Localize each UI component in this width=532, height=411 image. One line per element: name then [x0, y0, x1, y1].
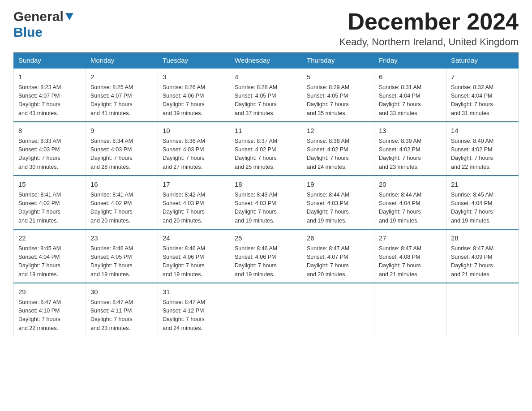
day-info: Sunrise: 8:32 AMSunset: 4:04 PMDaylight:…: [451, 83, 514, 118]
day-number: 11: [235, 126, 297, 136]
day-info: Sunrise: 8:34 AMSunset: 4:03 PMDaylight:…: [90, 137, 153, 172]
header-friday: Friday: [374, 53, 446, 68]
week-row-2: 8Sunrise: 8:33 AMSunset: 4:03 PMDaylight…: [14, 122, 519, 176]
day-info: Sunrise: 8:37 AMSunset: 4:02 PMDaylight:…: [235, 137, 297, 172]
day-number: 13: [379, 126, 442, 136]
day-number: 19: [307, 180, 369, 190]
logo-triangle-icon: [64, 11, 74, 21]
calendar-cell: 10Sunrise: 8:36 AMSunset: 4:03 PMDayligh…: [158, 122, 230, 176]
day-number: 15: [18, 180, 81, 190]
day-number: 24: [163, 233, 225, 244]
header-saturday: Saturday: [446, 53, 519, 68]
header-thursday: Thursday: [302, 53, 374, 68]
day-number: 20: [379, 180, 442, 190]
day-number: 27: [379, 233, 442, 244]
day-number: 17: [163, 180, 225, 190]
day-number: 21: [451, 180, 514, 190]
day-number: 2: [90, 72, 153, 82]
week-row-5: 29Sunrise: 8:47 AMSunset: 4:10 PMDayligh…: [14, 283, 519, 336]
calendar-cell: 24Sunrise: 8:46 AMSunset: 4:06 PMDayligh…: [158, 229, 230, 283]
calendar-cell: 16Sunrise: 8:41 AMSunset: 4:02 PMDayligh…: [86, 176, 158, 229]
calendar-cell: 2Sunrise: 8:25 AMSunset: 4:07 PMDaylight…: [86, 68, 158, 122]
calendar-cell: 21Sunrise: 8:45 AMSunset: 4:04 PMDayligh…: [446, 176, 519, 229]
day-info: Sunrise: 8:47 AMSunset: 4:07 PMDaylight:…: [307, 244, 369, 279]
day-number: 3: [163, 72, 225, 82]
day-number: 29: [18, 287, 81, 297]
day-number: 18: [235, 180, 297, 190]
day-number: 25: [235, 233, 297, 244]
calendar-cell: 14Sunrise: 8:40 AMSunset: 4:02 PMDayligh…: [446, 122, 519, 176]
title-section: December 2024 Keady, Northern Ireland, U…: [339, 9, 519, 48]
calendar-cell: [374, 283, 446, 336]
calendar-cell: [302, 283, 374, 336]
header-wednesday: Wednesday: [230, 53, 302, 68]
day-number: 4: [235, 72, 297, 82]
day-info: Sunrise: 8:47 AMSunset: 4:12 PMDaylight:…: [163, 298, 225, 333]
day-info: Sunrise: 8:29 AMSunset: 4:05 PMDaylight:…: [307, 83, 369, 118]
calendar-cell: 12Sunrise: 8:38 AMSunset: 4:02 PMDayligh…: [302, 122, 374, 176]
calendar-cell: 8Sunrise: 8:33 AMSunset: 4:03 PMDaylight…: [14, 122, 86, 176]
day-number: 16: [90, 180, 153, 190]
calendar-cell: 25Sunrise: 8:46 AMSunset: 4:06 PMDayligh…: [230, 229, 302, 283]
day-info: Sunrise: 8:47 AMSunset: 4:08 PMDaylight:…: [379, 244, 442, 279]
calendar-cell: [230, 283, 302, 336]
calendar-cell: 18Sunrise: 8:43 AMSunset: 4:03 PMDayligh…: [230, 176, 302, 229]
day-info: Sunrise: 8:38 AMSunset: 4:02 PMDaylight:…: [307, 137, 369, 172]
day-info: Sunrise: 8:43 AMSunset: 4:03 PMDaylight:…: [235, 191, 297, 226]
calendar-cell: 23Sunrise: 8:46 AMSunset: 4:05 PMDayligh…: [86, 229, 158, 283]
logo-text-general: General: [13, 9, 64, 25]
calendar-cell: 9Sunrise: 8:34 AMSunset: 4:03 PMDaylight…: [86, 122, 158, 176]
day-number: 28: [451, 233, 514, 244]
day-info: Sunrise: 8:45 AMSunset: 4:04 PMDaylight:…: [18, 244, 81, 279]
day-info: Sunrise: 8:46 AMSunset: 4:06 PMDaylight:…: [163, 244, 225, 279]
day-number: 31: [163, 287, 225, 297]
day-info: Sunrise: 8:41 AMSunset: 4:02 PMDaylight:…: [18, 191, 81, 226]
day-number: 1: [18, 72, 81, 82]
day-number: 14: [451, 126, 514, 136]
day-info: Sunrise: 8:45 AMSunset: 4:04 PMDaylight:…: [451, 191, 514, 226]
calendar-cell: 30Sunrise: 8:47 AMSunset: 4:11 PMDayligh…: [86, 283, 158, 336]
calendar-cell: 5Sunrise: 8:29 AMSunset: 4:05 PMDaylight…: [302, 68, 374, 122]
day-number: 22: [18, 233, 81, 244]
header-monday: Monday: [86, 53, 158, 68]
week-row-1: 1Sunrise: 8:23 AMSunset: 4:07 PMDaylight…: [14, 68, 519, 122]
calendar-cell: 28Sunrise: 8:47 AMSunset: 4:09 PMDayligh…: [446, 229, 519, 283]
calendar-cell: 31Sunrise: 8:47 AMSunset: 4:12 PMDayligh…: [158, 283, 230, 336]
day-info: Sunrise: 8:42 AMSunset: 4:03 PMDaylight:…: [163, 191, 225, 226]
calendar-cell: 26Sunrise: 8:47 AMSunset: 4:07 PMDayligh…: [302, 229, 374, 283]
calendar-cell: 19Sunrise: 8:44 AMSunset: 4:03 PMDayligh…: [302, 176, 374, 229]
day-number: 5: [307, 72, 369, 82]
calendar-cell: 22Sunrise: 8:45 AMSunset: 4:04 PMDayligh…: [14, 229, 86, 283]
day-info: Sunrise: 8:46 AMSunset: 4:06 PMDaylight:…: [235, 244, 297, 279]
day-number: 9: [90, 126, 153, 136]
day-number: 30: [90, 287, 153, 297]
day-info: Sunrise: 8:31 AMSunset: 4:04 PMDaylight:…: [379, 83, 442, 118]
calendar-cell: 20Sunrise: 8:44 AMSunset: 4:04 PMDayligh…: [374, 176, 446, 229]
calendar-cell: 3Sunrise: 8:26 AMSunset: 4:06 PMDaylight…: [158, 68, 230, 122]
day-info: Sunrise: 8:26 AMSunset: 4:06 PMDaylight:…: [163, 83, 225, 118]
svg-marker-0: [65, 13, 73, 20]
day-info: Sunrise: 8:41 AMSunset: 4:02 PMDaylight:…: [90, 191, 153, 226]
day-info: Sunrise: 8:46 AMSunset: 4:05 PMDaylight:…: [90, 244, 153, 279]
day-info: Sunrise: 8:44 AMSunset: 4:03 PMDaylight:…: [307, 191, 369, 226]
day-number: 23: [90, 233, 153, 244]
calendar-cell: 7Sunrise: 8:32 AMSunset: 4:04 PMDaylight…: [446, 68, 519, 122]
day-number: 26: [307, 233, 369, 244]
day-number: 6: [379, 72, 442, 82]
page-header: General Blue December 2024 Keady, Northe…: [13, 9, 519, 48]
logo: General Blue: [13, 9, 74, 40]
day-info: Sunrise: 8:40 AMSunset: 4:02 PMDaylight:…: [451, 137, 514, 172]
calendar-cell: 13Sunrise: 8:39 AMSunset: 4:02 PMDayligh…: [374, 122, 446, 176]
day-number: 8: [18, 126, 81, 136]
day-number: 10: [163, 126, 225, 136]
location-subtitle: Keady, Northern Ireland, United Kingdom: [339, 36, 519, 48]
calendar-table: Sunday Monday Tuesday Wednesday Thursday…: [13, 52, 519, 336]
logo-text-blue: Blue: [13, 25, 43, 39]
day-info: Sunrise: 8:23 AMSunset: 4:07 PMDaylight:…: [18, 83, 81, 118]
calendar-cell: 6Sunrise: 8:31 AMSunset: 4:04 PMDaylight…: [374, 68, 446, 122]
calendar-cell: 29Sunrise: 8:47 AMSunset: 4:10 PMDayligh…: [14, 283, 86, 336]
day-info: Sunrise: 8:25 AMSunset: 4:07 PMDaylight:…: [90, 83, 153, 118]
weekday-header-row: Sunday Monday Tuesday Wednesday Thursday…: [14, 53, 519, 68]
calendar-cell: 1Sunrise: 8:23 AMSunset: 4:07 PMDaylight…: [14, 68, 86, 122]
calendar-cell: 11Sunrise: 8:37 AMSunset: 4:02 PMDayligh…: [230, 122, 302, 176]
